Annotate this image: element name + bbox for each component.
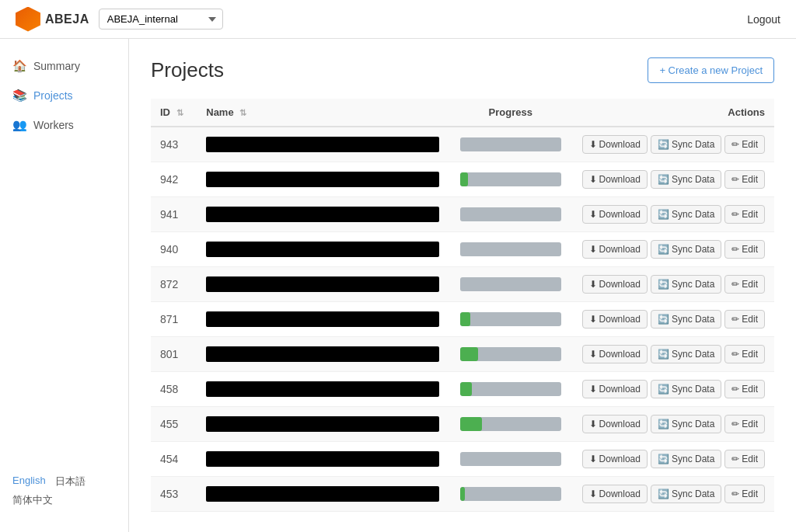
progress-bar-fill	[460, 347, 478, 361]
cell-progress	[449, 162, 573, 197]
table-body: 943⬇ Download🔄 Sync Data✏ Edit942⬇ Downl…	[151, 127, 774, 512]
cell-actions: ⬇ Download🔄 Sync Data✏ Edit	[573, 197, 774, 232]
download-button[interactable]: ⬇ Download	[582, 450, 648, 468]
name-redacted	[206, 207, 439, 222]
sort-icon-name[interactable]: ⇅	[239, 108, 246, 117]
progress-bar-fill	[460, 312, 470, 326]
edit-icon: ✏	[731, 209, 739, 220]
action-buttons: ⬇ Download🔄 Sync Data✏ Edit	[582, 310, 765, 329]
edit-button[interactable]: ✏ Edit	[724, 485, 765, 503]
logo: ABEJA	[16, 7, 89, 32]
download-icon: ⬇	[589, 314, 597, 325]
edit-button[interactable]: ✏ Edit	[724, 415, 765, 433]
sync-data-button[interactable]: 🔄 Sync Data	[651, 135, 721, 154]
sync-data-button[interactable]: 🔄 Sync Data	[651, 310, 721, 329]
progress-bar-fill	[460, 382, 473, 396]
edit-icon: ✏	[731, 314, 739, 325]
edit-icon: ✏	[731, 349, 739, 360]
table-row: 872⬇ Download🔄 Sync Data✏ Edit	[151, 267, 774, 302]
edit-button[interactable]: ✏ Edit	[724, 205, 765, 224]
logout-button[interactable]: Logout	[747, 13, 780, 26]
sync-data-button[interactable]: 🔄 Sync Data	[651, 205, 721, 224]
edit-button[interactable]: ✏ Edit	[724, 345, 765, 363]
edit-button[interactable]: ✏ Edit	[724, 450, 765, 468]
sidebar-item-label-workers: Workers	[33, 119, 74, 131]
download-button[interactable]: ⬇ Download	[582, 275, 648, 294]
download-button[interactable]: ⬇ Download	[582, 170, 648, 189]
cell-name	[197, 197, 449, 232]
sync-data-button[interactable]: 🔄 Sync Data	[651, 345, 721, 363]
cell-actions: ⬇ Download🔄 Sync Data✏ Edit	[573, 372, 774, 407]
download-button[interactable]: ⬇ Download	[582, 345, 648, 363]
edit-button[interactable]: ✏ Edit	[724, 170, 765, 189]
col-header-progress: Progress	[449, 99, 573, 127]
lang-japanese[interactable]: 日本語	[55, 475, 86, 489]
sync-data-button[interactable]: 🔄 Sync Data	[651, 240, 721, 259]
action-buttons: ⬇ Download🔄 Sync Data✏ Edit	[582, 450, 765, 468]
cell-actions: ⬇ Download🔄 Sync Data✏ Edit	[573, 302, 774, 337]
download-button[interactable]: ⬇ Download	[582, 485, 648, 503]
download-icon: ⬇	[589, 174, 597, 185]
download-button[interactable]: ⬇ Download	[582, 415, 648, 433]
sync-data-button[interactable]: 🔄 Sync Data	[651, 380, 721, 398]
edit-icon: ✏	[731, 419, 739, 429]
cell-actions: ⬇ Download🔄 Sync Data✏ Edit	[573, 477, 774, 512]
action-buttons: ⬇ Download🔄 Sync Data✏ Edit	[582, 485, 765, 503]
sidebar-nav: 🏠 Summary 📚 Projects 👥 Workers	[0, 51, 128, 140]
progress-bar-track	[460, 417, 561, 431]
header: ABEJA ABEJA_internal Logout	[0, 0, 796, 39]
cell-id: 872	[151, 267, 197, 302]
cell-id: 943	[151, 127, 197, 162]
sync-data-button[interactable]: 🔄 Sync Data	[651, 450, 721, 468]
layout: 🏠 Summary 📚 Projects 👥 Workers English 日…	[0, 39, 796, 532]
sync-data-button[interactable]: 🔄 Sync Data	[651, 170, 721, 189]
cell-progress	[449, 197, 573, 232]
lang-chinese[interactable]: 简体中文	[12, 493, 116, 507]
sidebar-item-workers[interactable]: 👥 Workers	[0, 110, 128, 140]
cell-name	[197, 127, 449, 162]
sync-data-button[interactable]: 🔄 Sync Data	[651, 485, 721, 503]
download-button[interactable]: ⬇ Download	[582, 240, 648, 259]
cell-id: 940	[151, 232, 197, 267]
sidebar-item-projects[interactable]: 📚 Projects	[0, 81, 128, 110]
download-icon: ⬇	[589, 209, 597, 220]
progress-bar-track	[460, 312, 561, 326]
download-button[interactable]: ⬇ Download	[582, 135, 648, 154]
name-redacted	[206, 416, 439, 432]
sidebar-item-label-summary: Summary	[33, 60, 80, 72]
sort-icon-id[interactable]: ⇅	[176, 108, 183, 117]
edit-button[interactable]: ✏ Edit	[724, 275, 765, 294]
sync-icon: 🔄	[658, 139, 669, 150]
sync-data-button[interactable]: 🔄 Sync Data	[651, 275, 721, 294]
cell-actions: ⬇ Download🔄 Sync Data✏ Edit	[573, 267, 774, 302]
edit-button[interactable]: ✏ Edit	[724, 240, 765, 259]
download-button[interactable]: ⬇ Download	[582, 205, 648, 224]
download-button[interactable]: ⬇ Download	[582, 310, 648, 329]
table-header: ID ⇅ Name ⇅ Progress Actions	[151, 99, 774, 127]
create-project-button[interactable]: + Create a new Project	[648, 57, 774, 83]
sync-icon: 🔄	[658, 174, 669, 185]
progress-bar-track	[460, 207, 561, 221]
home-icon: 🏠	[12, 59, 27, 73]
cell-name	[197, 372, 449, 407]
download-button[interactable]: ⬇ Download	[582, 380, 648, 398]
edit-button[interactable]: ✏ Edit	[724, 380, 765, 398]
workers-icon: 👥	[12, 118, 27, 132]
progress-bar-track	[460, 172, 561, 186]
name-redacted	[206, 172, 439, 187]
download-icon: ⬇	[589, 454, 597, 464]
sidebar-item-summary[interactable]: 🏠 Summary	[0, 51, 128, 81]
table-row: 942⬇ Download🔄 Sync Data✏ Edit	[151, 162, 774, 197]
lang-english[interactable]: English	[12, 475, 46, 489]
cell-name	[197, 407, 449, 442]
sync-icon: 🔄	[658, 454, 669, 464]
cell-actions: ⬇ Download🔄 Sync Data✏ Edit	[573, 162, 774, 197]
sync-data-button[interactable]: 🔄 Sync Data	[651, 415, 721, 433]
name-redacted	[206, 242, 439, 257]
sync-icon: 🔄	[658, 419, 669, 429]
org-select[interactable]: ABEJA_internal	[99, 9, 223, 30]
download-icon: ⬇	[589, 384, 597, 395]
header-left: ABEJA ABEJA_internal	[16, 7, 223, 32]
edit-button[interactable]: ✏ Edit	[724, 135, 765, 154]
edit-button[interactable]: ✏ Edit	[724, 310, 765, 329]
